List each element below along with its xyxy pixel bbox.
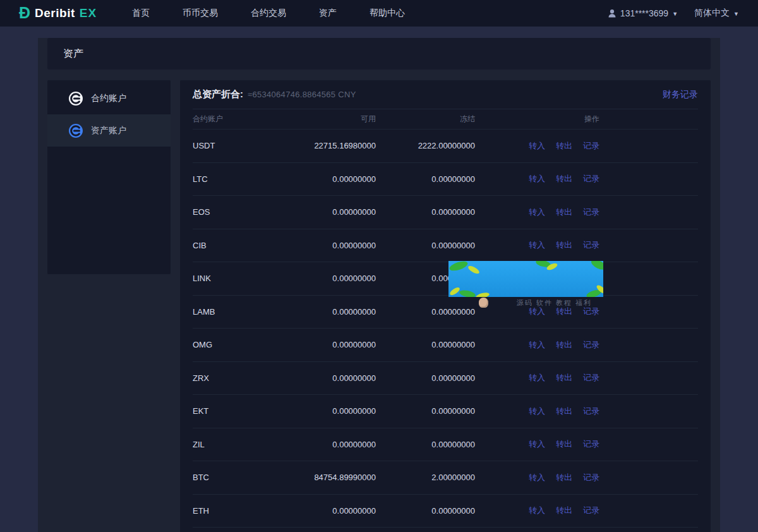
frozen-value: 0.00000000: [376, 440, 475, 449]
nav-item-home[interactable]: 首页: [132, 8, 150, 19]
sidebar-item-asset-account[interactable]: 资产账户: [47, 114, 171, 147]
transfer-out-link[interactable]: 转出: [556, 140, 572, 152]
table-row: ZIL 0.00000000 0.00000000 转入 转出 记录: [193, 428, 698, 462]
records-row-link[interactable]: 记录: [583, 472, 599, 483]
fist-icon: [479, 298, 488, 308]
frozen-value: 2.00000000: [376, 473, 475, 482]
coin-name: CIB: [193, 241, 287, 250]
topbar: Ð Deribit EX 首页 币币交易 合约交易 资产 帮助中心 131***…: [0, 0, 758, 27]
records-row-link[interactable]: 记录: [583, 239, 599, 251]
page-title-banner: 资产: [47, 38, 711, 70]
transfer-out-link[interactable]: 转出: [556, 173, 572, 184]
records-row-link[interactable]: 记录: [583, 372, 599, 384]
nav-item-spot-trade[interactable]: 币币交易: [183, 8, 218, 19]
available-value: 0.00000000: [287, 207, 376, 217]
sidebar-item-contract-account[interactable]: 合约账户: [47, 82, 171, 114]
frozen-value: 0.00000000: [376, 340, 475, 349]
watermark-banner: [448, 261, 603, 297]
header-account: 合约账户: [193, 114, 287, 124]
table-row: LAMB 0.00000000 0.00000000 转入 转出 记录: [193, 296, 698, 329]
sidebar-item-label: 合约账户: [91, 93, 126, 104]
transfer-out-link[interactable]: 转出: [556, 239, 572, 251]
table-header-row: 合约账户 可用 冻结 操作: [193, 109, 698, 130]
records-row-link[interactable]: 记录: [583, 207, 599, 218]
chevron-down-icon: ▼: [733, 11, 739, 17]
user-icon: [608, 9, 617, 18]
available-value: 84754.89990000: [287, 473, 376, 482]
sidebar: 合约账户 资产账户: [47, 80, 171, 274]
assets-summary-bar: 总资产折合: ≈6534064746.8864565 CNY 财务记录: [193, 80, 698, 109]
logo-suffix: EX: [80, 6, 97, 20]
transfer-out-link[interactable]: 转出: [556, 372, 572, 384]
transfer-in-link[interactable]: 转入: [529, 372, 545, 384]
leaves-decoration-icon: [448, 261, 603, 297]
logo[interactable]: Ð Deribit EX: [19, 6, 97, 21]
page-container: 资产 合约账户 资产账户: [38, 38, 720, 532]
table-row: LTC 0.00000000 0.00000000 转入 转出 记录: [193, 163, 698, 196]
transfer-out-link[interactable]: 转出: [556, 406, 572, 417]
records-row-link[interactable]: 记录: [583, 173, 599, 184]
table-row: OMG 0.00000000 0.00000000 转入 转出 记录: [193, 329, 698, 362]
transfer-out-link[interactable]: 转出: [556, 472, 572, 483]
coin-name: LAMB: [193, 307, 287, 317]
available-value: 0.00000000: [287, 340, 376, 349]
transfer-in-link[interactable]: 转入: [529, 207, 545, 218]
available-value: 0.00000000: [287, 174, 376, 184]
table-row: LINK 0.00000000 0.00000000 转入 转出 记录: [193, 262, 698, 296]
nav-item-help-center[interactable]: 帮助中心: [370, 8, 405, 19]
table-row: CIB 0.00000000 0.00000000 转入 转出 记录: [193, 229, 698, 263]
language-label: 简体中文: [694, 8, 730, 19]
transfer-in-link[interactable]: 转入: [529, 472, 545, 483]
coin-name: BTC: [193, 473, 287, 482]
watermark-text: 源码 软件 教程 福利: [517, 298, 592, 308]
user-menu[interactable]: 131****3699 ▼: [608, 8, 678, 18]
frozen-value: 0.00000000: [376, 241, 475, 250]
coin-name: ZIL: [193, 440, 287, 449]
available-value: 0.00000000: [287, 307, 376, 317]
available-value: 22715.16980000: [287, 141, 376, 150]
coin-name: OMG: [193, 340, 287, 349]
language-selector[interactable]: 简体中文 ▼: [694, 8, 739, 19]
transfer-out-link[interactable]: 转出: [556, 505, 572, 516]
watermark-caption: 源码 软件 教程 福利: [448, 297, 603, 308]
records-row-link[interactable]: 记录: [583, 406, 599, 417]
brand-coin-icon: Ð: [19, 5, 30, 21]
records-row-link[interactable]: 记录: [583, 505, 599, 516]
available-value: 0.00000000: [287, 506, 376, 516]
coin-name: LTC: [193, 174, 287, 184]
chevron-down-icon: ▼: [672, 11, 678, 17]
total-assets-value: ≈6534064746.8864565 CNY: [248, 90, 356, 99]
transfer-in-link[interactable]: 转入: [529, 239, 545, 251]
user-phone: 131****3699: [620, 8, 668, 18]
asset-table-body: USDT 22715.16980000 2222.00000000 转入 转出 …: [193, 130, 698, 528]
transfer-out-link[interactable]: 转出: [556, 438, 572, 450]
available-value: 0.00000000: [287, 373, 376, 383]
frozen-value: 0.00000000: [376, 506, 475, 516]
frozen-value: 0.00000000: [376, 307, 475, 317]
page-title: 资产: [63, 47, 83, 61]
records-row-link[interactable]: 记录: [583, 339, 599, 351]
transfer-in-link[interactable]: 转入: [529, 173, 545, 184]
available-value: 0.00000000: [287, 241, 376, 250]
transfer-out-link[interactable]: 转出: [556, 207, 572, 218]
records-row-link[interactable]: 记录: [583, 438, 599, 450]
transfer-in-link[interactable]: 转入: [529, 505, 545, 516]
transfer-in-link[interactable]: 转入: [529, 140, 545, 152]
transfer-in-link[interactable]: 转入: [529, 406, 545, 417]
records-row-link[interactable]: 记录: [583, 140, 599, 152]
frozen-value: 0.00000000: [376, 373, 475, 383]
transfer-in-link[interactable]: 转入: [529, 438, 545, 450]
transfer-out-link[interactable]: 转出: [556, 339, 572, 351]
table-row: EOS 0.00000000 0.00000000 转入 转出 记录: [193, 196, 698, 229]
frozen-value: 0.00000000: [376, 406, 475, 416]
financial-records-link[interactable]: 财务记录: [663, 89, 698, 100]
coin-name: ZRX: [193, 373, 287, 383]
assets-panel: 总资产折合: ≈6534064746.8864565 CNY 财务记录 合约账户…: [180, 80, 711, 532]
available-value: 0.00000000: [287, 406, 376, 416]
nav-item-assets[interactable]: 资产: [319, 8, 337, 19]
available-value: 0.00000000: [287, 440, 376, 449]
nav-item-contract-trade[interactable]: 合约交易: [251, 8, 286, 19]
header-available: 可用: [287, 114, 376, 124]
coin-name: EOS: [193, 207, 287, 217]
transfer-in-link[interactable]: 转入: [529, 339, 545, 351]
